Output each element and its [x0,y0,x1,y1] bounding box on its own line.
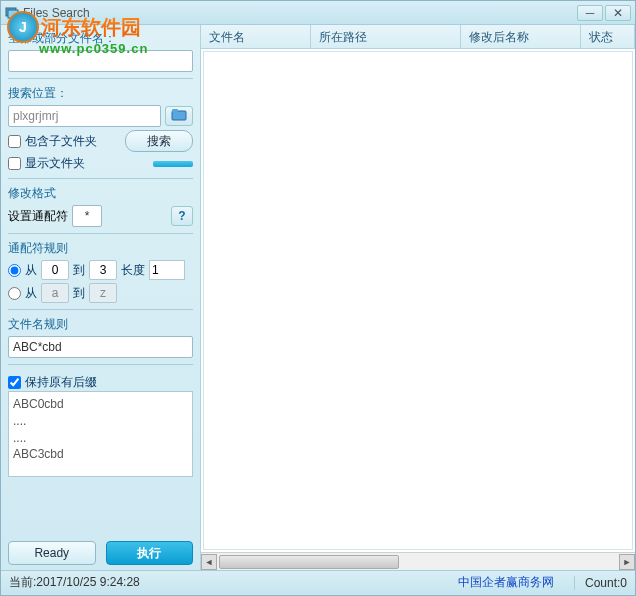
include-subfolder-label: 包含子文件夹 [25,133,97,150]
keep-ext-checkbox[interactable] [8,376,21,389]
preview-line: ABC3cbd [13,446,188,463]
from-label-2: 从 [25,285,37,302]
window-buttons: ─ ✕ [577,5,631,21]
column-status[interactable]: 状态 [581,25,635,48]
format-section: 修改格式 设置通配符 ? [8,185,193,234]
scroll-right-arrow-icon[interactable]: ► [619,554,635,570]
length-label: 长度 [121,262,145,279]
right-panel: 文件名 所在路径 修改后名称 状态 ◄ ► [201,25,635,570]
length-spinner[interactable] [149,260,185,280]
include-subfolder-checkbox[interactable] [8,135,21,148]
format-label: 修改格式 [8,185,193,202]
scroll-thumb[interactable] [219,555,399,569]
table-body [203,51,633,550]
column-path[interactable]: 所在路径 [311,25,461,48]
to-numeric-input[interactable] [89,260,117,280]
ready-button[interactable]: Ready [8,541,96,565]
progress-indicator [153,161,193,167]
table-header: 文件名 所在路径 修改后名称 状态 [201,25,635,49]
to-label-1: 到 [73,262,85,279]
preview-list: ABC0cbd .... .... ABC3cbd [8,391,193,477]
wildcard-label: 设置通配符 [8,208,68,225]
location-label: 搜索位置： [8,85,193,102]
filename-label: 全部或部分文件名： [8,30,193,47]
wildcard-rule-section: 通配符规则 从 到 长度 从 到 [8,240,193,310]
svg-rect-3 [172,109,178,112]
preview-section: 保持原有后缀 ABC0cbd .... .... ABC3cbd [8,371,193,483]
window-title: Files Search [23,6,90,20]
location-input[interactable] [8,105,161,127]
folder-icon [171,109,187,124]
svg-rect-1 [8,10,18,18]
horizontal-scrollbar[interactable]: ◄ ► [201,552,635,570]
body-area: 全部或部分文件名： 搜索位置： 包含子文件夹 搜索 [1,25,635,570]
column-newname[interactable]: 修改后名称 [461,25,581,48]
filename-rule-section: 文件名规则 [8,316,193,365]
svg-rect-2 [172,111,186,120]
wildcard-input[interactable] [72,205,102,227]
status-datetime: 当前:2017/10/25 9:24:28 [9,574,140,591]
from-alpha-input [41,283,69,303]
preview-line: ABC0cbd [13,396,188,413]
column-filename[interactable]: 文件名 [201,25,311,48]
status-link[interactable]: 中国企者赢商务网 [458,574,554,591]
statusbar: 当前:2017/10/25 9:24:28 中国企者赢商务网 Count:0 [1,570,635,594]
scroll-left-arrow-icon[interactable]: ◄ [201,554,217,570]
left-panel: 全部或部分文件名： 搜索位置： 包含子文件夹 搜索 [1,25,201,570]
app-icon [5,6,19,20]
execute-button[interactable]: 执行 [106,541,194,565]
browse-folder-button[interactable] [165,106,193,126]
search-button[interactable]: 搜索 [125,130,193,152]
filename-rule-label: 文件名规则 [8,316,193,333]
from-numeric-input[interactable] [41,260,69,280]
status-count: Count:0 [574,576,627,590]
to-alpha-input [89,283,117,303]
show-folder-label: 显示文件夹 [25,155,85,172]
close-button[interactable]: ✕ [605,5,631,21]
from-label-1: 从 [25,262,37,279]
alpha-rule-radio[interactable] [8,287,21,300]
location-section: 搜索位置： 包含子文件夹 搜索 显示文件夹 [8,85,193,179]
to-label-2: 到 [73,285,85,302]
filename-input[interactable] [8,50,193,72]
preview-line: .... [13,430,188,447]
minimize-button[interactable]: ─ [577,5,603,21]
show-folder-checkbox[interactable] [8,157,21,170]
titlebar: Files Search ─ ✕ [1,1,635,25]
wildcard-rule-label: 通配符规则 [8,240,193,257]
help-button[interactable]: ? [171,206,193,226]
preview-line: .... [13,413,188,430]
filename-rule-input[interactable] [8,336,193,358]
numeric-rule-radio[interactable] [8,264,21,277]
app-window: Files Search ─ ✕ J 河东软件园 www.pc0359.cn 全… [0,0,636,596]
action-buttons: Ready 执行 [8,535,193,565]
filename-section: 全部或部分文件名： [8,30,193,79]
keep-ext-label: 保持原有后缀 [25,374,97,391]
